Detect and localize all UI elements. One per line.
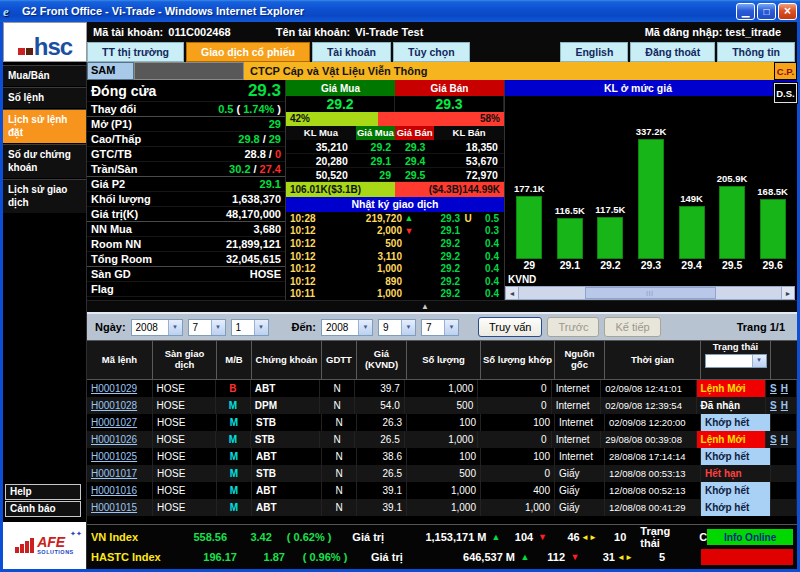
scroll-right-icon[interactable]: ►	[781, 286, 795, 300]
from-month-select[interactable]: 7▼	[188, 319, 226, 336]
order-id-link[interactable]: H0001015	[91, 502, 137, 513]
trade-change: 0.5	[476, 213, 504, 224]
tab[interactable]: Tài khoản	[312, 42, 391, 62]
exchange-value: HOSE	[250, 268, 281, 280]
quantity-cell: 1,000	[407, 499, 481, 516]
order-id-link[interactable]: H0001016	[91, 485, 137, 496]
help-button[interactable]: Help	[5, 484, 81, 500]
column-header: Thời gian	[605, 341, 701, 379]
exchange-cell: HOSE	[153, 482, 217, 499]
volume-bar-label: 205.9K	[717, 173, 748, 184]
sidebar-item[interactable]: Lịch sử giao dịch	[3, 179, 86, 214]
time-cell: 02/09/08 12:41:01	[601, 380, 696, 397]
alert-button[interactable]: Cảnh báo	[5, 501, 81, 517]
next-page-button[interactable]: Kế tiếp	[604, 317, 660, 337]
matched-qty-cell: 0	[478, 380, 551, 397]
sidebar-item[interactable]: Lịch sử lệnh đặt	[3, 109, 86, 144]
gdtt-cell: N	[320, 397, 355, 414]
status-filter-select[interactable]: Tất cả▼	[705, 354, 767, 368]
order-row[interactable]: H0001025 HOSE M ABT N 38.6 100 100 Inter…	[87, 448, 797, 465]
symbol-input[interactable]: SAM	[87, 62, 134, 80]
symbol-lookup-input[interactable]	[134, 62, 244, 80]
source-cell: Giấy	[555, 465, 605, 482]
tab[interactable]: Đăng thoát	[630, 42, 715, 62]
minimize-button[interactable]: ▁	[736, 3, 755, 20]
order-row[interactable]: H0001028 HOSE M DPM N 54.0 500 0 Interne…	[87, 397, 797, 414]
trade-time: 10:12	[286, 276, 324, 287]
depth-row: 50,520 29 29.5 72,970	[286, 168, 504, 182]
trade-volume: 1,000	[324, 288, 402, 299]
volume-bar-label: 149K	[680, 193, 703, 204]
trade-price: 29.2	[416, 276, 460, 287]
order-id-link[interactable]: H0001025	[91, 451, 137, 462]
sidebar-item[interactable]: Số lệnh	[3, 87, 86, 109]
scrollbar-thumb[interactable]: |||	[585, 287, 716, 299]
order-links-cell: SH	[766, 380, 797, 397]
volume-chart: 177.1K 116.5K 117.5K	[505, 96, 797, 259]
h-link[interactable]: H	[781, 400, 788, 411]
order-id-link[interactable]: H0001028	[91, 400, 137, 411]
volume-chart-title: KL ở mức giá	[505, 80, 797, 96]
sidebar-item[interactable]: Số dư chứng khoán	[3, 144, 86, 179]
to-date-label: Đến:	[292, 321, 316, 333]
query-button[interactable]: Truy vấn	[478, 317, 542, 337]
order-id-link[interactable]: H0001017	[91, 468, 137, 479]
order-links-cell	[771, 465, 797, 482]
cp-button[interactable]: C.P.	[774, 62, 797, 80]
from-day-select[interactable]: 1▼	[231, 319, 269, 336]
order-id-link[interactable]: H0001027	[91, 417, 137, 428]
tab[interactable]: Tùy chọn	[393, 42, 470, 62]
tab[interactable]: TT thị trường	[87, 42, 184, 62]
order-row[interactable]: H0001015 HOSE M ABT N 39.1 1,000 1,000 G…	[87, 499, 797, 516]
chart-scrollbar[interactable]: ◄ ||| ►	[505, 286, 797, 300]
to-year-select[interactable]: 2008▼	[321, 319, 373, 336]
to-day-select[interactable]: 7▼	[421, 319, 459, 336]
quantity-cell: 100	[407, 448, 481, 465]
order-row[interactable]: H0001016 HOSE M ABT N 39.1 1,000 400 Giấ…	[87, 482, 797, 499]
advancers-icon: ▲	[487, 532, 506, 542]
order-id-link[interactable]: H0001029	[91, 383, 137, 394]
close-button[interactable]: ×	[778, 3, 797, 20]
to-month-select[interactable]: 9▼	[378, 319, 416, 336]
price-cell: 38.6	[357, 448, 407, 465]
trade-log-row: 10:12 500 29.2 0.4	[286, 237, 504, 250]
h-link[interactable]: H	[781, 434, 788, 445]
room-nn-value: 21,899,121	[226, 238, 281, 250]
advancers-count: 104	[505, 531, 533, 543]
h-link[interactable]: H	[781, 383, 788, 394]
ie-icon: e	[3, 4, 18, 19]
order-id-link[interactable]: H0001026	[91, 434, 137, 445]
column-header: Mã lệnh	[87, 341, 153, 379]
tab[interactable]: English	[560, 42, 628, 62]
info-online-button[interactable]: Info Online	[707, 529, 793, 545]
app-window: e G2 Front Office - Vi-Trade - Windows I…	[0, 0, 800, 572]
maximize-button[interactable]: □	[757, 3, 776, 20]
from-year-select[interactable]: 2008▼	[131, 319, 183, 336]
s-link[interactable]: S	[770, 434, 777, 445]
scroll-up-icon[interactable]: ▲	[421, 302, 429, 311]
symbol-cell: STB	[252, 414, 322, 431]
sidebar-item[interactable]: Mua/Bán	[3, 65, 86, 87]
ask-total: ($4.3B)144.99K	[395, 182, 504, 197]
order-row[interactable]: H0001029 HOSE B ABT N 39.7 1,000 0 Inter…	[87, 380, 797, 397]
s-link[interactable]: S	[770, 400, 777, 411]
status-badge: Lệnh Mới	[697, 431, 766, 448]
company-name: CTCP Cáp và Vật Liệu Viễn Thông	[244, 62, 774, 80]
column-header: GDTT	[322, 341, 357, 379]
order-row[interactable]: H0001026 HOSE M STB N 26.5 1,000 0 Inter…	[87, 431, 797, 448]
volume-bar-slot: 116.5K	[551, 205, 589, 259]
tab[interactable]: Giao dịch cổ phiếu	[186, 42, 310, 62]
ds-button[interactable]: D.S.	[774, 83, 797, 103]
tab[interactable]: Thông tin	[717, 42, 795, 62]
exchange-cell: HOSE	[153, 414, 217, 431]
close-value: 29.3	[248, 81, 281, 101]
scroll-left-icon[interactable]: ◄	[505, 286, 519, 300]
trade-price: 29.2	[416, 263, 460, 274]
prev-page-button[interactable]: Trước	[547, 317, 599, 337]
order-row[interactable]: H0001027 HOSE M STB N 26.3 100 100 Inter…	[87, 414, 797, 431]
unchanged-icon: ◄►	[580, 533, 599, 542]
order-row[interactable]: H0001017 HOSE M STB N 26.5 500 0 Giấy 12…	[87, 465, 797, 482]
time-cell: 02/09/08 12:39:54	[601, 397, 696, 414]
trade-time: 10:11	[286, 288, 324, 299]
s-link[interactable]: S	[770, 383, 777, 394]
